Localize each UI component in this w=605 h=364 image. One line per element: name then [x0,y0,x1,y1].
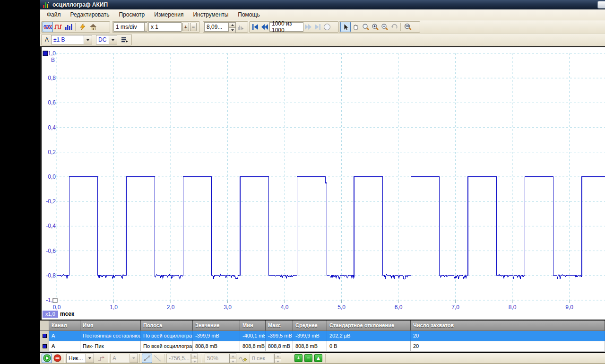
pan-tool-button[interactable] [351,22,361,32]
table-header-cell[interactable]: Число захватов [411,321,605,330]
pretrigger-button [238,354,248,363]
timebase-select[interactable]: 1 ms/div [113,22,145,32]
oscillogram-plot[interactable]: 0,01,02,03,04,05,06,07,08,09,01,00,80,60… [42,47,605,320]
run-button[interactable] [42,354,52,363]
close-button[interactable] [597,1,605,9]
histogram-icon [64,23,73,31]
single-step-button [96,354,106,363]
home-icon [89,23,97,31]
menu-item-file[interactable]: Файл [42,10,66,19]
table-cell: По всей осциллограмме [141,341,193,351]
table-row[interactable]: AПик- ПикПо всей осциллограмме808,8 mВ80… [40,341,605,352]
table-gutter [40,331,49,341]
axis-origin-handle[interactable] [53,298,57,303]
menu-item-measurements[interactable]: Измерения [149,10,188,19]
channel-options-button[interactable] [119,35,130,45]
toolbar-separator [75,23,76,31]
table-cell: 20 [411,331,605,341]
x-axis-tick-label: 1,0 [110,304,118,311]
trigger-delay-spin-buttons [274,354,281,363]
trigger-slope-falling-button [152,354,163,363]
previous-icon [261,24,268,30]
statusbar-separator [325,354,326,363]
zoom-region-button[interactable] [361,22,371,32]
navigation-group: 1000 из 1000 [249,21,339,33]
table-header-cell[interactable]: Полоса [141,321,193,330]
histogram-view-button[interactable] [63,22,74,32]
channel-coupling-select[interactable]: DC [96,35,109,44]
scale-increase-button[interactable]: + [182,23,189,31]
chart-area[interactable]: 0,01,02,03,04,05,06,07,08,09,01,00,80,60… [40,46,605,320]
svg-text:100: 100 [406,25,409,27]
zoom-in-button[interactable] [371,22,380,32]
scale-field[interactable]: x 1 [148,22,182,32]
square-wave-icon [54,23,62,31]
channel-bar: A ±1 В DC [40,34,605,46]
x-axis-tick-label: 0,0 [53,304,61,311]
pointer-tool-button[interactable] [340,22,351,32]
row-channel-indicator [43,344,47,348]
pulse-view-button[interactable] [53,22,63,32]
y-axis-tick-label: 0,4 [48,124,56,131]
undo-zoom-button [389,22,399,32]
statusbar-separator [201,354,202,363]
zoom-100-button[interactable]: 100 [403,22,413,32]
nav-prev-button[interactable] [260,22,269,32]
nav-first-button[interactable] [251,22,260,32]
collapse-panel-button[interactable]: ▲ [314,354,322,362]
remove-measurement-button[interactable]: − [304,354,312,362]
pointer-tools-group: 100 [339,21,420,33]
channel-group: A ±1 В DC [41,34,132,45]
menu-item-tools[interactable]: Инструменты [188,10,233,19]
table-cell: -399,9 mВ [293,331,327,341]
menu-item-help[interactable]: Помощь [233,10,264,19]
statusbar-separator [108,354,109,363]
run-mode-dropdown-button[interactable] [86,354,94,363]
table-header-cell[interactable]: Макс [266,321,293,330]
step-trigger-icon [97,355,105,362]
row-channel-indicator [43,334,47,338]
compass-icon [323,23,331,31]
analog-view-button[interactable] [43,22,53,32]
table-header-cell[interactable]: Мин [240,321,266,330]
menu-item-view[interactable]: Просмотр [114,10,149,19]
zoom-in-icon [372,23,379,31]
hysteresis-spinner: 50% [205,354,229,363]
table-header-cell[interactable]: Имя [80,321,141,330]
trigger-level-spinner: -756,5... [166,354,191,363]
offset-spinner[interactable]: 8,09... [204,22,229,32]
table-header-cell[interactable]: Канал [49,321,80,330]
channel-range-select[interactable]: ±1 В [51,35,84,44]
y-axis-tick-label: 0,2 [48,149,56,156]
trigger-slope-rising-button[interactable] [142,354,152,363]
replay-button[interactable] [322,22,332,32]
run-mode-select[interactable]: Ник... [66,354,86,363]
scale-decrease-button[interactable]: − [190,23,197,31]
main-toolbar: 1 ms/div x 1 + − 8,09... [40,20,605,34]
undo-icon [390,23,398,31]
quick-measure-button[interactable] [78,22,88,32]
menu-item-edit[interactable]: Редактировать [66,10,114,19]
channel-range-dropdown-button[interactable] [84,35,92,44]
zoom-out-button[interactable] [380,22,389,32]
table-cell: Пик- Пик [80,341,141,351]
table-header-cell[interactable]: Стандартное отклонение [327,321,411,330]
table-header-cell[interactable]: Среднее [293,321,327,330]
table-row[interactable]: AПостоянная составляющаяПо всей осциллог… [40,331,605,341]
measure-list-icon [121,36,129,43]
stop-button[interactable] [52,354,62,363]
table-header-cell[interactable]: Значение [193,321,240,330]
cursor-arrow-icon [342,23,349,31]
nav-position-field[interactable]: 1000 из 1000 [269,22,303,32]
add-measurement-button[interactable]: + [294,354,302,362]
y-axis-tick-label: -0,6 [46,248,56,254]
table-cell: 808,8 mВ [193,341,240,351]
window-title: осциллограф АКИП [52,1,108,8]
home-button[interactable] [88,22,98,32]
channel-coupling-dropdown-button[interactable] [109,35,117,44]
view-mode-group [41,21,110,33]
channel-label: A [45,36,49,43]
offset-spin-buttons[interactable] [229,22,236,32]
statusbar-separator [164,354,165,363]
trigger-delay-spinner: 0 сек [250,354,274,363]
